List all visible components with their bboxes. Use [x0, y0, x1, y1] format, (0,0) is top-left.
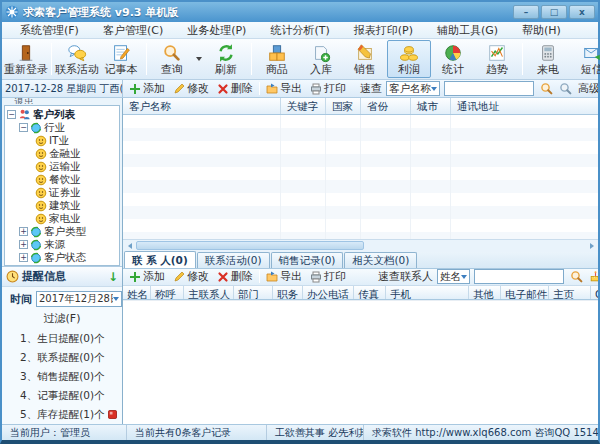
column-customer-name[interactable]: 客户名称 — [123, 98, 281, 114]
column-province[interactable]: 省份 — [361, 98, 411, 114]
reminder-item-contact[interactable]: 2、联系提醒(0)个 — [2, 348, 122, 367]
tree-root-customer-list[interactable]: − 客户列表 — [7, 108, 119, 121]
goods-button[interactable]: 商品 — [255, 40, 299, 78]
quick-search-input[interactable] — [444, 81, 534, 96]
customer-table-body[interactable] — [123, 115, 598, 239]
column-salutation[interactable]: 称呼 — [151, 286, 184, 299]
reminder-item-birthday[interactable]: 1、生日提醒(0)个 — [2, 329, 122, 348]
column-keyword[interactable]: 关键字 — [281, 98, 326, 114]
column-office-phone[interactable]: 办公电话 — [303, 286, 354, 299]
menu-tools[interactable]: 辅助工具(G) — [425, 23, 510, 38]
reminder-item-inventory[interactable]: 5、库存提醒(1)个 — [2, 405, 122, 424]
tree-leaf-appliances[interactable]: 家电业 — [7, 212, 119, 225]
query-dropdown-arrow-icon[interactable] — [196, 57, 202, 61]
contact-quick-search-input[interactable] — [474, 269, 564, 284]
sms-button[interactable]: 短信 — [570, 40, 600, 78]
relogin-button[interactable]: 重新登录 — [4, 40, 48, 78]
expand-icon[interactable]: + — [19, 227, 28, 236]
column-country[interactable]: 国家 — [326, 98, 361, 114]
minimize-button[interactable]: – — [513, 5, 539, 19]
column-qq[interactable]: QQ — [591, 286, 598, 299]
reminder-item-notes[interactable]: 4、记事提醒(0)个 — [2, 386, 122, 405]
arrow-down-icon[interactable]: ↓ — [108, 270, 118, 284]
contact-edit-button[interactable]: 修改 — [169, 269, 213, 284]
quick-search-field-select[interactable]: 客户名称 — [386, 81, 440, 96]
menu-business[interactable]: 业务处理(P) — [175, 23, 258, 38]
birthday-cake-icon[interactable] — [589, 270, 598, 283]
contact-table-body[interactable] — [123, 300, 598, 425]
column-email[interactable]: 电子邮件 — [501, 286, 549, 299]
customer-add-button[interactable]: 添加 — [125, 81, 169, 96]
tree-leaf-securities[interactable]: 证券业 — [7, 186, 119, 199]
advanced-search-link[interactable]: 高级速查 — [578, 81, 598, 96]
customer-print-button[interactable]: 打印 — [306, 81, 350, 96]
menu-system[interactable]: 系统管理(F) — [8, 23, 91, 38]
column-mobile[interactable]: 手机 — [386, 286, 469, 299]
search-icon[interactable] — [570, 270, 583, 283]
menu-customer[interactable]: 客户管理(C) — [91, 23, 175, 38]
contact-add-button[interactable]: 添加 — [125, 269, 169, 284]
column-address[interactable]: 通讯地址 — [451, 98, 598, 114]
customer-edit-button[interactable]: 修改 — [169, 81, 213, 96]
tab-contact-activity[interactable]: 联系活动(0) — [197, 252, 270, 268]
tree-node-customer-type[interactable]: + 客户类型 — [7, 225, 119, 238]
tree-node-source[interactable]: + 来源 — [7, 238, 119, 251]
sales-button[interactable]: 销售 — [343, 40, 387, 78]
notepad-icon — [111, 43, 131, 63]
notepad-button[interactable]: 记事本 — [99, 40, 143, 78]
profit-button[interactable]: 利润 — [387, 40, 431, 78]
sales-icon — [355, 43, 375, 63]
collapse-icon[interactable]: − — [7, 110, 16, 119]
expand-icon[interactable]: + — [19, 240, 28, 249]
column-main-contact[interactable]: 主联系人 — [184, 286, 234, 299]
inbound-button[interactable]: 入库 — [299, 40, 343, 78]
collapse-icon[interactable]: − — [19, 123, 28, 132]
expand-icon[interactable]: + — [19, 253, 28, 262]
tree-leaf-construction[interactable]: 建筑业 — [7, 199, 119, 212]
tree-node-industry[interactable]: − 行业 — [7, 121, 119, 134]
column-city[interactable]: 城市 — [411, 98, 451, 114]
incoming-call-button[interactable]: 来电 — [526, 40, 570, 78]
column-department[interactable]: 部门 — [234, 286, 273, 299]
close-button[interactable]: x — [569, 5, 595, 19]
search-all-icon[interactable] — [559, 82, 572, 95]
contact-quick-field-select[interactable]: 姓名 — [437, 269, 470, 284]
contact-delete-button[interactable]: 删除 — [213, 269, 257, 284]
tree-leaf-finance[interactable]: 金融业 — [7, 147, 119, 160]
tree-leaf-catering[interactable]: 餐饮业 — [7, 173, 119, 186]
column-other[interactable]: 其他 — [469, 286, 501, 299]
tree-node-customer-status[interactable]: + 客户状态 — [7, 251, 119, 264]
tab-sales-records[interactable]: 销售记录(0) — [271, 252, 344, 268]
customer-delete-button[interactable]: 删除 — [213, 81, 257, 96]
query-button[interactable]: 查询 — [150, 40, 194, 78]
menu-help[interactable]: 帮助(H) — [510, 23, 573, 38]
column-name[interactable]: 姓名 — [123, 286, 151, 299]
scroll-right-icon[interactable] — [585, 239, 598, 252]
trend-button[interactable]: 趋势 — [475, 40, 519, 78]
column-homepage[interactable]: 主页 — [549, 286, 591, 299]
menu-stats[interactable]: 统计分析(T) — [258, 23, 341, 38]
contact-activity-button[interactable]: 联系活动 — [55, 40, 99, 78]
search-icon[interactable] — [540, 82, 553, 95]
column-position[interactable]: 职务 — [273, 286, 303, 299]
contact-print-button[interactable]: 打印 — [306, 269, 350, 284]
column-fax[interactable]: 传真 — [354, 286, 386, 299]
tab-related-docs[interactable]: 相关文档(0) — [344, 252, 417, 268]
horizontal-scrollbar[interactable] — [123, 239, 598, 252]
toolbar-separator — [522, 43, 523, 75]
toolbar-separator — [251, 43, 252, 75]
menu-report[interactable]: 报表打印(P) — [342, 23, 425, 38]
main-area: 客户名称 关键字 国家 省份 城市 通讯地址 — [123, 98, 598, 424]
filter-link[interactable]: 过滤(F) — [2, 311, 122, 329]
refresh-button[interactable]: 刷新 — [204, 40, 248, 78]
maximize-button[interactable]: □ — [541, 5, 567, 19]
tab-contacts[interactable]: 联 系 人(0) — [124, 251, 196, 268]
statistics-button[interactable]: 统计 — [431, 40, 475, 78]
tree-leaf-transport[interactable]: 运输业 — [7, 160, 119, 173]
reminder-date-select[interactable]: 2017年12月28日 — [36, 291, 122, 307]
reminder-item-sales[interactable]: 3、销售提醒(0)个 — [2, 367, 122, 386]
tree-leaf-it[interactable]: IT业 — [7, 134, 119, 147]
customer-export-button[interactable]: 导出 — [262, 81, 306, 96]
contact-export-button[interactable]: 导出 — [262, 269, 306, 284]
scrollbar-thumb[interactable] — [136, 241, 364, 250]
